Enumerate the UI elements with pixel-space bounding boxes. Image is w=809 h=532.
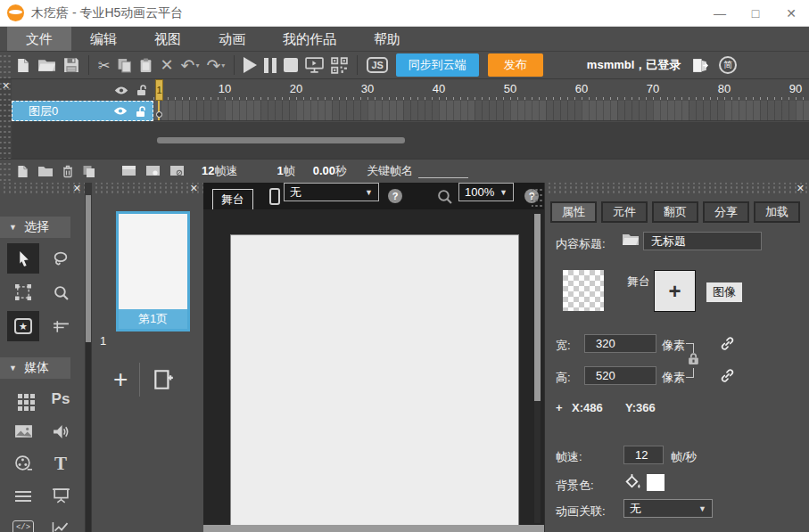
lasso-tool[interactable] — [45, 243, 77, 274]
canvas-vscrollbar-thumb[interactable] — [534, 214, 541, 401]
visibility-column-icon[interactable] — [114, 86, 128, 95]
canvas-hscrollbar[interactable] — [203, 525, 544, 532]
redo-button[interactable]: ↷▾ — [206, 55, 225, 76]
props-grip[interactable] — [545, 183, 809, 194]
minimize-button[interactable]: — — [702, 0, 738, 27]
delete-layer-icon[interactable] — [62, 165, 73, 178]
redo-caret-icon[interactable]: ▾ — [221, 61, 225, 70]
add-layer-icon[interactable] — [17, 165, 29, 178]
menu-edit[interactable]: 编辑 — [71, 27, 136, 51]
play-icon[interactable] — [244, 57, 257, 73]
playhead[interactable]: 1 — [155, 79, 163, 101]
tools-scrollbar-thumb[interactable] — [86, 195, 91, 342]
zoom-dropdown[interactable]: 100% ▼ — [458, 183, 514, 201]
photoshop-tool[interactable]: Ps — [45, 384, 77, 414]
text-tool[interactable]: T — [45, 448, 77, 479]
bg-color-swatch[interactable] — [647, 474, 665, 491]
add-page-button[interactable]: + — [113, 367, 128, 392]
stage-canvas[interactable] — [230, 234, 519, 526]
tab-components[interactable]: 元件 — [601, 201, 648, 223]
toolbar-grip[interactable] — [0, 52, 12, 78]
sync-cloud-button[interactable]: 同步到云端 — [396, 53, 479, 77]
chart-tool[interactable] — [45, 512, 77, 532]
save-icon[interactable] — [63, 57, 79, 73]
code-tool[interactable]: </> — [7, 512, 39, 532]
content-title-input[interactable] — [643, 232, 762, 250]
menu-animation[interactable]: 动画 — [200, 27, 264, 51]
height-link-icon[interactable] — [720, 368, 735, 383]
menu-view[interactable]: 视图 — [136, 27, 200, 51]
publish-button[interactable]: 发布 — [488, 53, 543, 77]
footer-grip[interactable] — [0, 160, 12, 183]
widget-tool[interactable]: ★ — [7, 311, 39, 341]
timeline-ruler[interactable]: 1 10 20 30 40 50 60 70 80 90 — [153, 79, 809, 101]
select-tool[interactable] — [7, 243, 39, 274]
menu-my-works[interactable]: 我的作品 — [264, 27, 355, 51]
preview-icon[interactable] — [305, 57, 324, 73]
anim-link-dropdown[interactable]: 无 ▼ — [623, 499, 713, 518]
lock-column-icon[interactable] — [136, 84, 147, 96]
new-file-icon[interactable] — [16, 58, 30, 73]
close-button[interactable]: ✕ — [773, 0, 809, 27]
stop-icon[interactable] — [284, 58, 298, 72]
duplicate-layer-icon[interactable] — [82, 165, 96, 178]
tab-share[interactable]: 分享 — [703, 201, 749, 223]
width-input[interactable] — [584, 334, 656, 353]
language-toggle-icon[interactable]: 简 — [719, 56, 737, 74]
maximize-button[interactable]: □ — [738, 0, 773, 27]
cut-icon[interactable]: ✂ — [98, 57, 110, 74]
layer-name[interactable]: 图层0 — [29, 103, 105, 119]
js-code-icon[interactable]: JS — [367, 57, 387, 73]
menu-file[interactable]: 文件 — [7, 27, 71, 51]
insert-frame-icon[interactable] — [121, 165, 136, 177]
width-link-icon[interactable] — [720, 336, 735, 351]
pages-close-icon[interactable]: ✕ — [190, 183, 198, 194]
image-tool[interactable] — [7, 416, 39, 446]
insert-blank-keyframe-icon[interactable] — [169, 165, 185, 177]
undo-caret-icon[interactable]: ▾ — [195, 61, 199, 70]
audio-tool[interactable] — [45, 416, 77, 446]
image-chip-button[interactable]: 图像 — [706, 282, 742, 302]
fps-input[interactable] — [623, 446, 664, 464]
stage-tab[interactable]: 舞台 — [212, 189, 253, 209]
tools-grip[interactable] — [0, 183, 85, 194]
undo-button[interactable]: ↶▾ — [181, 55, 200, 76]
paragraph-tool[interactable] — [7, 480, 39, 511]
transform-tool[interactable] — [7, 277, 39, 307]
media-section-header[interactable]: ▼ 媒体 — [0, 357, 70, 379]
open-file-icon[interactable] — [37, 58, 56, 72]
paint-bucket-icon[interactable] — [623, 473, 641, 490]
preset-dropdown[interactable]: 无 ▼ — [284, 183, 379, 201]
paste-icon[interactable] — [139, 58, 153, 73]
layer-visibility-icon[interactable] — [113, 106, 128, 116]
layer-lock-icon[interactable] — [136, 105, 146, 118]
canvas-vscrollbar[interactable] — [534, 214, 541, 523]
delete-icon[interactable]: ✕ — [160, 55, 173, 75]
stage-thumbnail[interactable] — [563, 270, 604, 311]
duplicate-page-button[interactable] — [152, 368, 175, 391]
logout-icon[interactable] — [691, 58, 708, 73]
zoom-tool[interactable] — [45, 277, 77, 307]
presentation-tool[interactable] — [45, 480, 77, 511]
height-input[interactable] — [584, 366, 656, 385]
canvas-grip[interactable] — [532, 185, 542, 207]
menu-help[interactable]: 帮助 — [355, 27, 419, 51]
guides-tool[interactable] — [45, 311, 77, 341]
keyframe-dot[interactable] — [156, 111, 162, 118]
select-section-header[interactable]: ▼ 选择 — [0, 217, 70, 238]
tools-close-icon[interactable]: ✕ — [73, 183, 81, 194]
insert-keyframe-icon[interactable] — [145, 165, 161, 177]
layer-row[interactable]: 图层0 — [12, 101, 153, 121]
page-name[interactable]: 第1页 — [119, 309, 187, 329]
library-tool[interactable] — [7, 384, 39, 414]
timeline-close-icon[interactable]: ✕ — [2, 80, 10, 92]
tab-properties[interactable]: 属性 — [550, 201, 597, 223]
copy-icon[interactable] — [117, 58, 132, 73]
layer-frame-track[interactable] — [153, 101, 809, 121]
add-folder-icon[interactable] — [37, 166, 54, 177]
folder-icon[interactable] — [622, 233, 640, 246]
tools-scrollbar[interactable] — [85, 183, 92, 532]
zoom-search-icon[interactable] — [437, 189, 452, 204]
tab-pageflip[interactable]: 翻页 — [652, 201, 698, 223]
add-image-button[interactable]: + — [654, 270, 696, 312]
